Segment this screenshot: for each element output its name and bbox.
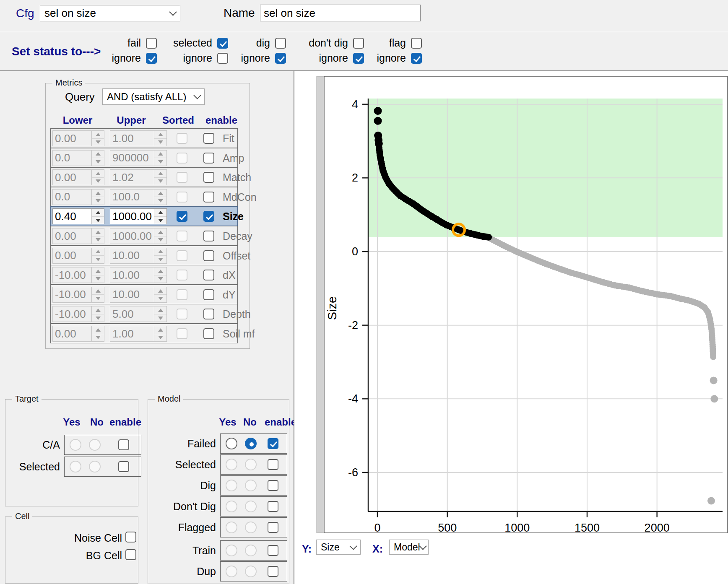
lower-bound[interactable]: 0.40: [52, 208, 104, 224]
sorted-checkbox[interactable]: [177, 250, 187, 261]
model-enable-checkbox-selected[interactable]: [268, 459, 278, 470]
sorted-checkbox[interactable]: [177, 270, 187, 280]
lower-bound[interactable]: -10.00: [52, 287, 104, 303]
lower-bound[interactable]: 0.00: [52, 228, 104, 244]
spinner-up-icon[interactable]: [154, 306, 166, 314]
lower-bound[interactable]: -10.00: [52, 267, 104, 283]
model-enable-checkbox-dig[interactable]: [268, 480, 278, 491]
spinner-down-icon[interactable]: [92, 236, 104, 244]
lower-bound-value[interactable]: -10.00: [53, 267, 91, 283]
model-yes-radio-train[interactable]: [226, 545, 237, 556]
upper-bound[interactable]: 100.0: [110, 189, 167, 205]
upper-bound-value[interactable]: 1000.00: [110, 228, 154, 244]
sorted-checkbox[interactable]: [177, 328, 187, 339]
model-yes-radio-dontdig[interactable]: [226, 501, 237, 512]
lower-bound-value[interactable]: 0.40: [53, 209, 91, 224]
spinner-up-icon[interactable]: [92, 267, 104, 275]
spinner-down-icon[interactable]: [154, 275, 166, 283]
enable-checkbox[interactable]: [203, 231, 214, 241]
spinner-up-icon[interactable]: [154, 131, 166, 138]
spinner-up-icon[interactable]: [92, 131, 104, 138]
target-no-radio-selected[interactable]: [89, 461, 101, 472]
upper-bound[interactable]: 900000: [110, 150, 167, 166]
spinner-up-icon[interactable]: [92, 151, 104, 158]
lower-bound[interactable]: 0.0: [52, 189, 104, 205]
spinner-up-icon[interactable]: [154, 189, 166, 197]
spinner-down-icon[interactable]: [154, 197, 166, 205]
spinner-down-icon[interactable]: [154, 216, 166, 224]
model-enable-checkbox-dontdig[interactable]: [268, 501, 278, 512]
target-enable-checkbox-ca[interactable]: [118, 439, 129, 450]
lower-bound-value[interactable]: 0.00: [53, 228, 91, 244]
upper-bound-value[interactable]: 10.00: [110, 287, 154, 302]
lower-bound[interactable]: 0.00: [52, 326, 104, 342]
spinner-up-icon[interactable]: [92, 287, 104, 295]
sorted-checkbox[interactable]: [177, 211, 187, 222]
lower-bound[interactable]: 0.00: [52, 130, 104, 146]
lower-bound-value[interactable]: 0.00: [53, 170, 91, 185]
status-checkbox-fail[interactable]: [146, 38, 157, 49]
enable-checkbox[interactable]: [203, 328, 214, 339]
cell-checkbox-bgcell[interactable]: [125, 549, 136, 560]
upper-bound[interactable]: 1000.00: [110, 208, 167, 224]
status-checkbox-dig[interactable]: [275, 38, 286, 49]
status-ignore-checkbox-fail[interactable]: [146, 53, 157, 64]
spinner-down-icon[interactable]: [92, 255, 104, 263]
spinner-up-icon[interactable]: [92, 228, 104, 236]
spinner-up-icon[interactable]: [154, 287, 166, 295]
spinner-up-icon[interactable]: [92, 209, 104, 216]
upper-bound-value[interactable]: 1000.00: [110, 209, 154, 224]
model-enable-checkbox-failed[interactable]: [268, 438, 278, 449]
model-yes-radio-failed[interactable]: [226, 438, 237, 449]
query-mode-select[interactable]: AND (satisfy ALL): [102, 88, 205, 105]
upper-bound-value[interactable]: 1.00: [110, 326, 154, 341]
spinner-up-icon[interactable]: [92, 326, 104, 334]
lower-bound-value[interactable]: 0.00: [53, 326, 91, 341]
sorted-checkbox[interactable]: [177, 192, 187, 202]
spinner-up-icon[interactable]: [154, 326, 166, 334]
model-no-radio-train[interactable]: [245, 545, 257, 556]
model-no-radio-dup[interactable]: [245, 566, 257, 577]
model-yes-radio-selected[interactable]: [226, 459, 237, 470]
upper-bound-value[interactable]: 5.00: [110, 306, 154, 322]
lower-bound[interactable]: -10.00: [52, 306, 104, 322]
model-no-radio-flagged[interactable]: [245, 522, 257, 533]
spinner-down-icon[interactable]: [154, 334, 166, 342]
spinner-down-icon[interactable]: [92, 216, 104, 224]
spinner-down-icon[interactable]: [154, 236, 166, 244]
target-no-radio-ca[interactable]: [89, 439, 101, 451]
model-yes-radio-flagged[interactable]: [226, 522, 237, 533]
sorted-checkbox[interactable]: [177, 133, 187, 144]
cfg-select[interactable]: sel on size: [40, 5, 180, 21]
spinner-up-icon[interactable]: [92, 306, 104, 314]
model-enable-checkbox-dup[interactable]: [268, 566, 278, 577]
status-checkbox-flag[interactable]: [411, 38, 422, 49]
spinner-down-icon[interactable]: [154, 138, 166, 146]
enable-checkbox[interactable]: [203, 153, 214, 164]
upper-bound[interactable]: 1.00: [110, 130, 167, 146]
lower-bound-value[interactable]: 0.0: [53, 151, 91, 166]
lower-bound[interactable]: 0.00: [52, 248, 104, 264]
spinner-up-icon[interactable]: [154, 151, 166, 158]
upper-bound-value[interactable]: 100.0: [110, 189, 154, 205]
model-no-radio-selected[interactable]: [245, 459, 257, 470]
upper-bound[interactable]: 10.00: [110, 287, 167, 303]
spinner-down-icon[interactable]: [154, 294, 166, 302]
spinner-down-icon[interactable]: [154, 177, 166, 185]
model-enable-checkbox-train[interactable]: [268, 545, 278, 556]
sorted-checkbox[interactable]: [177, 231, 187, 241]
status-ignore-checkbox-selected[interactable]: [217, 53, 228, 64]
enable-checkbox[interactable]: [203, 270, 214, 280]
target-enable-checkbox-selected[interactable]: [118, 461, 129, 472]
spinner-down-icon[interactable]: [154, 255, 166, 263]
spinner-down-icon[interactable]: [92, 275, 104, 283]
y-axis-select[interactable]: Size: [316, 540, 361, 555]
spinner-down-icon[interactable]: [154, 314, 166, 322]
model-no-radio-dig[interactable]: [245, 480, 257, 491]
upper-bound-value[interactable]: 10.00: [110, 267, 154, 283]
sorted-checkbox[interactable]: [177, 172, 187, 183]
spinner-down-icon[interactable]: [92, 158, 104, 166]
upper-bound[interactable]: 1.00: [110, 326, 167, 342]
spinner-up-icon[interactable]: [154, 248, 166, 256]
target-yes-radio-selected[interactable]: [70, 461, 81, 472]
